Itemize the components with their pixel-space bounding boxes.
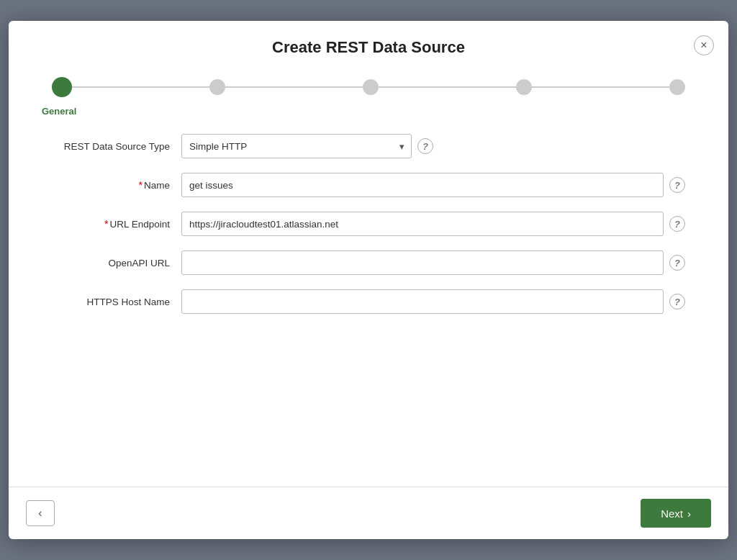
rest-data-source-type-label: REST Data Source Type (52, 141, 181, 152)
name-required-star: * (139, 179, 143, 191)
step-3-circle (363, 79, 379, 95)
modal-body: REST Data Source Type Simple HTTP OpenAP… (9, 117, 728, 487)
step-line-2 (225, 86, 363, 88)
close-button[interactable]: × (694, 35, 714, 55)
modal-header: Create REST Data Source × (9, 21, 728, 68)
stepper (9, 68, 728, 103)
next-label: Next (661, 507, 683, 520)
name-wrap: ? (181, 173, 685, 197)
rest-data-source-type-select[interactable]: Simple HTTP OpenAPI GraphQL (181, 134, 412, 158)
stepper-labels: General (9, 103, 728, 117)
name-row: *Name ? (52, 173, 685, 197)
next-chevron-icon: › (687, 507, 691, 520)
back-button[interactable]: ‹ (26, 500, 55, 526)
modal-dialog: Create REST Data Source × General (9, 21, 728, 539)
openapi-url-label: OpenAPI URL (52, 258, 181, 268)
rest-data-source-type-wrap: Simple HTTP OpenAPI GraphQL ▾ ? (181, 134, 685, 158)
step-line-4 (532, 86, 669, 88)
https-host-name-label: HTTPS Host Name (52, 297, 181, 307)
rest-data-source-type-help-icon[interactable]: ? (417, 138, 433, 154)
openapi-url-input[interactable] (181, 250, 664, 275)
step-5-circle (669, 79, 685, 95)
url-endpoint-row: *URL Endpoint ? (52, 212, 685, 236)
openapi-url-wrap: ? (181, 250, 685, 275)
url-endpoint-input[interactable] (181, 212, 664, 236)
name-label: *Name (52, 179, 181, 191)
url-endpoint-help-icon[interactable]: ? (669, 216, 685, 232)
step-line-3 (379, 86, 516, 88)
url-endpoint-wrap: ? (181, 212, 685, 236)
step-1-label: General (42, 106, 85, 117)
modal-title: Create REST Data Source (272, 38, 465, 57)
modal-overlay: Create REST Data Source × General (0, 0, 737, 560)
name-help-icon[interactable]: ? (669, 177, 685, 193)
rest-data-source-type-select-wrap: Simple HTTP OpenAPI GraphQL ▾ (181, 134, 412, 158)
stepper-track (52, 77, 685, 97)
openapi-url-help-icon[interactable]: ? (669, 255, 685, 271)
openapi-url-row: OpenAPI URL ? (52, 250, 685, 275)
modal-footer: ‹ Next › (9, 487, 728, 539)
name-input[interactable] (181, 173, 664, 197)
step-line-1 (72, 86, 209, 88)
https-host-name-help-icon[interactable]: ? (669, 294, 685, 310)
url-endpoint-label: *URL Endpoint (52, 218, 181, 230)
https-host-name-row: HTTPS Host Name ? (52, 289, 685, 314)
step-2-circle (209, 79, 225, 95)
step-1-circle (52, 77, 72, 97)
rest-data-source-type-row: REST Data Source Type Simple HTTP OpenAP… (52, 134, 685, 158)
url-endpoint-required-star: * (104, 218, 108, 230)
next-button[interactable]: Next › (641, 499, 711, 528)
step-4-circle (516, 79, 532, 95)
https-host-name-input[interactable] (181, 289, 664, 314)
https-host-name-wrap: ? (181, 289, 685, 314)
